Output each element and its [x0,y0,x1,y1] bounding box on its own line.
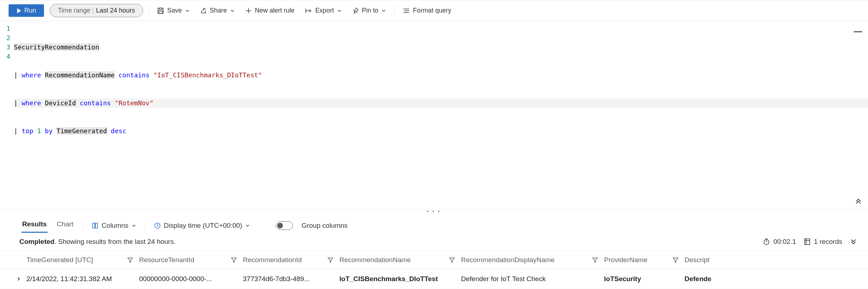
filter-icon[interactable] [672,257,679,263]
line-number: 4 [6,52,10,61]
collapse-editor-button[interactable]: — [854,26,862,36]
stopwatch-icon [762,238,770,246]
chevron-down-icon [230,8,235,13]
format-label: Format query [413,7,451,14]
chevron-down-icon [245,223,250,228]
column-header-description[interactable]: Descript [685,256,735,264]
stat-records: 1 records [803,238,842,246]
column-header-recommendation-id[interactable]: RecommendationId [243,256,339,264]
column-label: RecommendationDisplayName [461,256,555,264]
column-header-display-name[interactable]: RecommendationDisplayName [461,256,604,264]
records-icon [803,238,811,246]
cell-tenant: 00000000-0000-0000-... [139,275,243,283]
svg-rect-7 [805,239,810,245]
column-label: ResourceTenantId [139,256,194,264]
column-header-tenant[interactable]: ResourceTenantId [139,256,243,264]
filter-icon[interactable] [327,257,334,263]
save-button[interactable]: Save [155,5,192,16]
token-keyword: desc [111,127,126,135]
token-keyword: by [45,127,53,135]
display-time-label: Display time (UTC+00:00) [164,222,242,230]
new-alert-rule-button[interactable]: New alert rule [243,5,297,16]
chevron-down-icon [337,8,342,13]
play-icon [16,8,21,14]
separator [145,220,145,231]
column-header-provider[interactable]: ProviderName [604,256,685,264]
pin-label: Pin to [362,7,378,14]
token-number: 1 [37,127,41,135]
tab-chart[interactable]: Chart [56,218,74,233]
token-pipe: | [14,99,18,107]
toolbar: Run Time range : Last 24 hours Save Shar… [0,0,868,21]
filter-icon[interactable] [449,257,455,263]
column-label: RecommendationId [243,256,302,264]
status-completed: Completed [19,238,54,245]
chevron-down-icon [185,8,190,13]
cell-recname: IoT_CISBenchmarks_DIoTTest [339,275,461,283]
token-keyword: where [22,71,41,79]
tab-results[interactable]: Results [21,218,48,233]
cell-recid: 377374d6-7db3-489... [243,275,339,283]
save-icon [157,7,164,14]
columns-button[interactable]: Columns [92,220,136,231]
chevron-down-icon [381,8,386,13]
clock-icon [154,222,161,229]
svg-rect-4 [95,223,98,228]
cell-provider: IoTSecurity [604,275,685,283]
format-query-button[interactable]: Format query [400,5,453,16]
new-alert-label: New alert rule [255,7,295,14]
pin-icon [352,7,359,14]
svg-rect-1 [159,8,162,10]
pin-to-button[interactable]: Pin to [350,5,388,16]
save-label: Save [167,7,182,14]
display-time-button[interactable]: Display time (UTC+00:00) [154,220,250,231]
pane-splitter[interactable]: • • • [0,210,868,216]
expand-status-button[interactable] [849,238,857,246]
run-button[interactable]: Run [9,4,44,17]
stat-elapsed: 00:02.1 [762,238,796,246]
table-row[interactable]: 2/14/2022, 11:42:31.382 AM 00000000-0000… [0,269,868,289]
token-keyword: contains [118,71,149,79]
token-keyword: top [22,127,34,135]
export-label: Export [315,7,334,14]
column-label: TimeGenerated [UTC] [26,256,93,264]
token-pipe: | [14,127,18,135]
export-icon [305,7,313,14]
column-label: RecommendationName [339,256,411,264]
elapsed-value: 00:02.1 [773,238,796,246]
token-keyword: where [22,99,41,107]
separator [149,5,149,16]
app-root: Run Time range : Last 24 hours Save Shar… [0,0,868,289]
svg-rect-2 [159,11,162,14]
code-line: SecurityRecommendation [14,43,868,52]
separator [83,220,83,231]
column-header-recommendation-name[interactable]: RecommendationName [339,256,461,264]
results-tabs-bar: Results Chart Columns Display time (UTC+… [0,216,868,233]
share-icon [200,7,207,14]
editor-content[interactable]: SecurityRecommendation | where Recommend… [14,21,868,210]
share-button[interactable]: Share [198,5,237,16]
filter-icon[interactable] [127,257,133,263]
scroll-top-button[interactable] [854,197,862,205]
token-column: TimeGenerated [57,127,107,135]
code-line: | where RecommendationName contains "IoT… [14,71,868,80]
column-header-time[interactable]: TimeGenerated [UTC] [26,256,139,264]
code-line: | top 1 by TimeGenerated desc [14,126,868,136]
table-header-row: TimeGenerated [UTC] ResourceTenantId Rec… [0,251,868,269]
token-string: "IoT_CISBenchmarks_DIoTTest" [153,71,262,79]
filter-icon[interactable] [231,257,237,263]
records-value: 1 records [814,238,842,246]
token-column: RecommendationName [45,71,115,79]
time-range-selector[interactable]: Time range : Last 24 hours [50,4,143,17]
code-line: | where DeviceId contains "RotemNov" [14,98,868,108]
status-text: Completed. Showing results from the last… [19,238,176,246]
row-expander[interactable] [11,276,26,281]
format-icon [402,7,410,14]
filter-icon[interactable] [592,257,598,263]
cell-time: 2/14/2022, 11:42:31.382 AM [26,275,139,283]
export-button[interactable]: Export [303,5,344,16]
group-columns-toggle[interactable] [276,221,293,230]
plus-icon [245,7,252,14]
svg-rect-3 [93,223,95,228]
query-editor[interactable]: 1 2 3 4 SecurityRecommendation | where R… [0,21,868,210]
